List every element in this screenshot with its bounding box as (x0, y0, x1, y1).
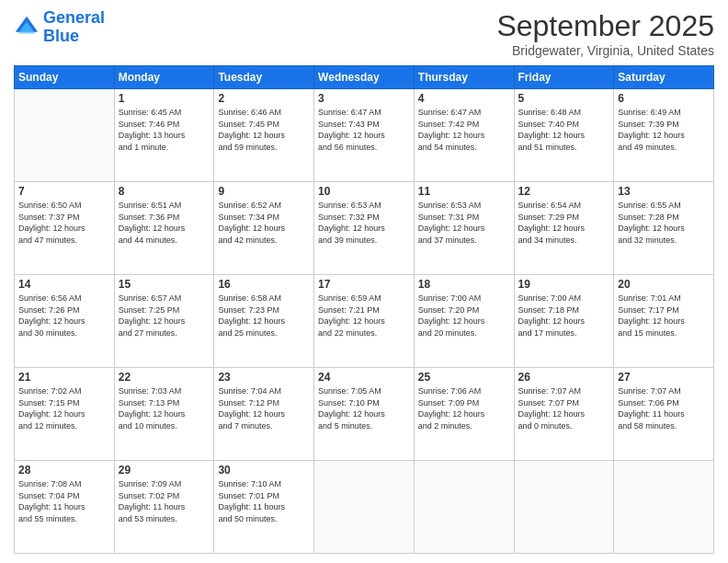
day-info: Sunrise: 7:03 AM Sunset: 7:13 PM Dayligh… (119, 385, 210, 431)
calendar-cell (15, 89, 115, 182)
day-info: Sunrise: 7:01 AM Sunset: 7:17 PM Dayligh… (618, 293, 710, 339)
day-number: 15 (119, 278, 210, 291)
week-row-4: 21Sunrise: 7:02 AM Sunset: 7:15 PM Dayli… (15, 368, 714, 461)
calendar-cell: 12Sunrise: 6:54 AM Sunset: 7:29 PM Dayli… (514, 182, 614, 275)
calendar-cell: 27Sunrise: 7:07 AM Sunset: 7:06 PM Dayli… (614, 368, 714, 461)
calendar-cell: 3Sunrise: 6:47 AM Sunset: 7:43 PM Daylig… (314, 89, 415, 182)
day-info: Sunrise: 7:08 AM Sunset: 7:04 PM Dayligh… (18, 478, 110, 524)
location: Bridgewater, Virginia, United States (496, 43, 714, 58)
day-number: 21 (18, 371, 110, 384)
day-info: Sunrise: 6:47 AM Sunset: 7:42 PM Dayligh… (418, 107, 510, 153)
day-number: 10 (318, 185, 410, 198)
day-info: Sunrise: 7:00 AM Sunset: 7:18 PM Dayligh… (518, 293, 610, 339)
week-row-2: 7Sunrise: 6:50 AM Sunset: 7:37 PM Daylig… (15, 182, 714, 275)
day-number: 5 (518, 92, 610, 105)
calendar-cell: 1Sunrise: 6:45 AM Sunset: 7:46 PM Daylig… (114, 89, 214, 182)
calendar-day-header-tuesday: Tuesday (214, 66, 314, 89)
week-row-3: 14Sunrise: 6:56 AM Sunset: 7:26 PM Dayli… (15, 275, 714, 368)
day-number: 30 (218, 464, 310, 477)
calendar-cell: 20Sunrise: 7:01 AM Sunset: 7:17 PM Dayli… (614, 275, 714, 368)
logo-name-part2: Blue (43, 27, 79, 45)
day-number: 23 (218, 371, 310, 384)
day-info: Sunrise: 6:47 AM Sunset: 7:43 PM Dayligh… (318, 107, 410, 153)
day-number: 17 (318, 278, 410, 291)
calendar-cell: 11Sunrise: 6:53 AM Sunset: 7:31 PM Dayli… (414, 182, 514, 275)
calendar-day-header-saturday: Saturday (614, 66, 714, 89)
day-number: 3 (318, 92, 410, 105)
day-number: 25 (418, 371, 510, 384)
calendar-cell: 4Sunrise: 6:47 AM Sunset: 7:42 PM Daylig… (414, 89, 514, 182)
calendar-day-header-thursday: Thursday (414, 66, 514, 89)
calendar-day-header-friday: Friday (514, 66, 614, 89)
calendar-cell: 14Sunrise: 6:56 AM Sunset: 7:26 PM Dayli… (15, 275, 115, 368)
day-number: 24 (318, 371, 410, 384)
calendar-cell: 24Sunrise: 7:05 AM Sunset: 7:10 PM Dayli… (314, 368, 415, 461)
month-title: September 2025 (496, 9, 714, 43)
day-number: 7 (18, 185, 110, 198)
calendar-header-row: SundayMondayTuesdayWednesdayThursdayFrid… (15, 66, 714, 89)
day-number: 27 (618, 371, 710, 384)
calendar-cell: 15Sunrise: 6:57 AM Sunset: 7:25 PM Dayli… (114, 275, 214, 368)
calendar-cell: 25Sunrise: 7:06 AM Sunset: 7:09 PM Dayli… (414, 368, 514, 461)
day-info: Sunrise: 6:49 AM Sunset: 7:39 PM Dayligh… (618, 107, 710, 153)
calendar-cell: 30Sunrise: 7:10 AM Sunset: 7:01 PM Dayli… (214, 461, 314, 554)
week-row-1: 1Sunrise: 6:45 AM Sunset: 7:46 PM Daylig… (15, 89, 714, 182)
day-info: Sunrise: 7:04 AM Sunset: 7:12 PM Dayligh… (218, 385, 310, 431)
calendar-cell: 6Sunrise: 6:49 AM Sunset: 7:39 PM Daylig… (614, 89, 714, 182)
day-info: Sunrise: 7:02 AM Sunset: 7:15 PM Dayligh… (18, 385, 110, 431)
calendar-cell: 7Sunrise: 6:50 AM Sunset: 7:37 PM Daylig… (15, 182, 115, 275)
day-number: 28 (18, 464, 110, 477)
day-info: Sunrise: 6:51 AM Sunset: 7:36 PM Dayligh… (119, 200, 210, 246)
calendar-cell (514, 461, 614, 554)
calendar-cell: 17Sunrise: 6:59 AM Sunset: 7:21 PM Dayli… (314, 275, 415, 368)
day-number: 16 (218, 278, 310, 291)
calendar-cell: 19Sunrise: 7:00 AM Sunset: 7:18 PM Dayli… (514, 275, 614, 368)
calendar-cell: 18Sunrise: 7:00 AM Sunset: 7:20 PM Dayli… (414, 275, 514, 368)
calendar-cell (414, 461, 514, 554)
day-number: 26 (518, 371, 610, 384)
calendar-cell: 28Sunrise: 7:08 AM Sunset: 7:04 PM Dayli… (15, 461, 115, 554)
calendar-cell (614, 461, 714, 554)
calendar-cell: 8Sunrise: 6:51 AM Sunset: 7:36 PM Daylig… (114, 182, 214, 275)
day-info: Sunrise: 6:56 AM Sunset: 7:26 PM Dayligh… (18, 293, 110, 339)
day-info: Sunrise: 6:52 AM Sunset: 7:34 PM Dayligh… (218, 200, 310, 246)
day-info: Sunrise: 6:48 AM Sunset: 7:40 PM Dayligh… (518, 107, 610, 153)
day-info: Sunrise: 6:46 AM Sunset: 7:45 PM Dayligh… (218, 107, 310, 153)
calendar-table: SundayMondayTuesdayWednesdayThursdayFrid… (14, 65, 714, 554)
logo-name-part1: General (43, 8, 105, 27)
day-info: Sunrise: 7:00 AM Sunset: 7:20 PM Dayligh… (418, 293, 510, 339)
day-info: Sunrise: 6:53 AM Sunset: 7:31 PM Dayligh… (418, 200, 510, 246)
day-number: 14 (18, 278, 110, 291)
day-number: 6 (618, 92, 710, 105)
page: General Blue September 2025 Bridgewater,… (0, 0, 728, 563)
day-info: Sunrise: 7:07 AM Sunset: 7:06 PM Dayligh… (618, 385, 710, 431)
day-number: 20 (618, 278, 710, 291)
day-info: Sunrise: 7:10 AM Sunset: 7:01 PM Dayligh… (218, 478, 310, 524)
calendar-cell: 29Sunrise: 7:09 AM Sunset: 7:02 PM Dayli… (114, 461, 214, 554)
day-number: 8 (119, 185, 210, 198)
calendar-cell: 21Sunrise: 7:02 AM Sunset: 7:15 PM Dayli… (15, 368, 115, 461)
day-info: Sunrise: 6:58 AM Sunset: 7:23 PM Dayligh… (218, 293, 310, 339)
calendar-day-header-monday: Monday (114, 66, 214, 89)
day-info: Sunrise: 6:59 AM Sunset: 7:21 PM Dayligh… (318, 293, 410, 339)
calendar-cell: 13Sunrise: 6:55 AM Sunset: 7:28 PM Dayli… (614, 182, 714, 275)
day-number: 18 (418, 278, 510, 291)
day-number: 12 (518, 185, 610, 198)
day-info: Sunrise: 7:09 AM Sunset: 7:02 PM Dayligh… (119, 478, 210, 524)
title-section: September 2025 Bridgewater, Virginia, Un… (496, 9, 714, 58)
day-number: 9 (218, 185, 310, 198)
day-number: 1 (119, 92, 210, 105)
header: General Blue September 2025 Bridgewater,… (14, 9, 714, 58)
logo-icon (14, 15, 40, 40)
day-number: 2 (218, 92, 310, 105)
calendar-cell: 26Sunrise: 7:07 AM Sunset: 7:07 PM Dayli… (514, 368, 614, 461)
day-info: Sunrise: 6:57 AM Sunset: 7:25 PM Dayligh… (119, 293, 210, 339)
calendar-cell: 16Sunrise: 6:58 AM Sunset: 7:23 PM Dayli… (214, 275, 314, 368)
day-info: Sunrise: 7:05 AM Sunset: 7:10 PM Dayligh… (318, 385, 410, 431)
day-info: Sunrise: 7:06 AM Sunset: 7:09 PM Dayligh… (418, 385, 510, 431)
calendar-cell: 9Sunrise: 6:52 AM Sunset: 7:34 PM Daylig… (214, 182, 314, 275)
day-number: 22 (119, 371, 210, 384)
calendar-day-header-wednesday: Wednesday (314, 66, 415, 89)
day-info: Sunrise: 6:54 AM Sunset: 7:29 PM Dayligh… (518, 200, 610, 246)
calendar-cell: 22Sunrise: 7:03 AM Sunset: 7:13 PM Dayli… (114, 368, 214, 461)
